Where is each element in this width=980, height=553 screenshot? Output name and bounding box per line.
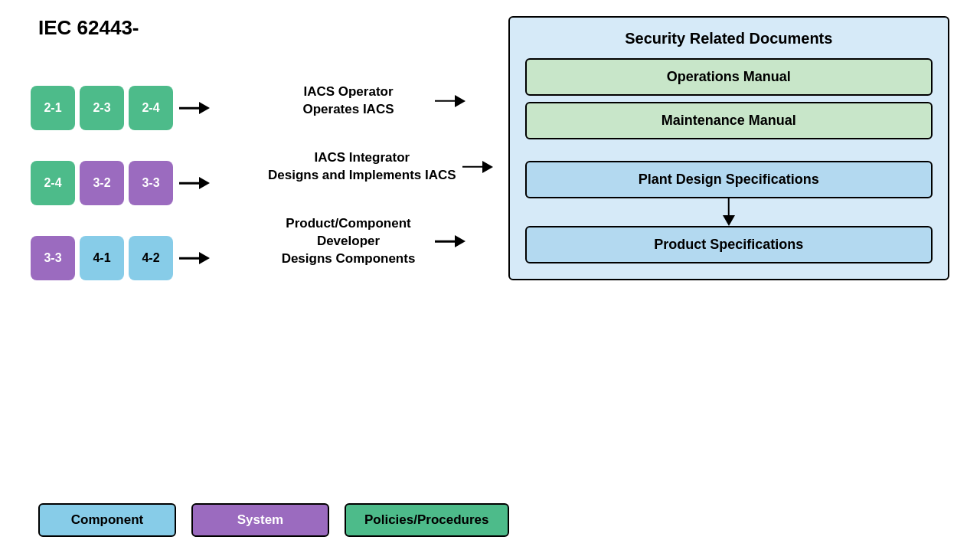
role-label-2: IACS Integrator Designs and Implements I… xyxy=(268,149,456,185)
badge-3-3-row3: 3-3 xyxy=(31,236,75,280)
badge-2-3: 2-3 xyxy=(80,86,124,130)
row-1: 2-1 2-3 2-4 xyxy=(31,86,268,130)
arrow-row3-mid xyxy=(179,250,210,266)
arrow-row3-right xyxy=(435,234,466,249)
row-3-badges: 3-3 4-1 4-2 xyxy=(31,236,173,280)
arrow-row1-mid xyxy=(179,100,210,116)
arrow-row1-right xyxy=(435,93,466,109)
badge-2-4-row1: 2-4 xyxy=(129,86,173,130)
badge-3-2: 3-2 xyxy=(80,161,124,205)
row-3: 3-3 4-1 4-2 xyxy=(31,236,268,280)
row-2-badges: 2-4 3-2 3-3 xyxy=(31,161,173,205)
diagram-container: IEC 62443- 2-1 2-3 2-4 2-4 3-2 xyxy=(31,16,949,537)
role-label-1: IACS Operator Operates IACS xyxy=(268,83,429,119)
badge-2-1: 2-1 xyxy=(31,86,75,130)
security-title: Security Related Documents xyxy=(525,30,933,47)
middle-column: IACS Operator Operates IACS IACS Integra… xyxy=(268,16,493,268)
right-section: Security Related Documents Operations Ma… xyxy=(493,16,949,280)
top-area: IEC 62443- 2-1 2-3 2-4 2-4 3-2 xyxy=(31,16,949,489)
role-row-2: IACS Integrator Designs and Implements I… xyxy=(268,149,493,185)
role-row-3: Product/Component Developer Designs Comp… xyxy=(268,215,493,268)
badge-4-1: 4-1 xyxy=(80,236,124,280)
legend-policies: Policies/Procedures xyxy=(345,503,509,537)
vertical-arrow-docs xyxy=(525,198,933,226)
row-1-badges: 2-1 2-3 2-4 xyxy=(31,86,173,130)
badge-3-3-row2: 3-3 xyxy=(129,161,173,205)
left-column: IEC 62443- 2-1 2-3 2-4 2-4 3-2 xyxy=(31,16,268,280)
doc-plant-design: Plant Design Specifications xyxy=(525,161,933,198)
legend: Component System Policies/Procedures xyxy=(31,503,949,537)
doc-product-specs: Product Specifications xyxy=(525,226,933,263)
legend-component: Component xyxy=(38,503,176,537)
badge-4-2: 4-2 xyxy=(129,236,173,280)
section-gap xyxy=(525,146,933,161)
doc-maintenance-manual: Maintenance Manual xyxy=(525,102,933,139)
iec-title: IEC 62443- xyxy=(31,16,268,40)
security-box: Security Related Documents Operations Ma… xyxy=(508,16,949,280)
rows-container: 2-1 2-3 2-4 2-4 3-2 3-3 xyxy=(31,47,268,280)
badge-2-4-row2: 2-4 xyxy=(31,161,75,205)
arrow-row2-right xyxy=(462,159,493,175)
doc-operations-manual: Operations Manual xyxy=(525,58,933,96)
legend-system: System xyxy=(191,503,329,537)
arrow-row2-mid xyxy=(179,175,210,191)
role-row-1: IACS Operator Operates IACS xyxy=(268,83,493,119)
role-label-3: Product/Component Developer Designs Comp… xyxy=(268,215,429,268)
row-2: 2-4 3-2 3-3 xyxy=(31,161,268,205)
